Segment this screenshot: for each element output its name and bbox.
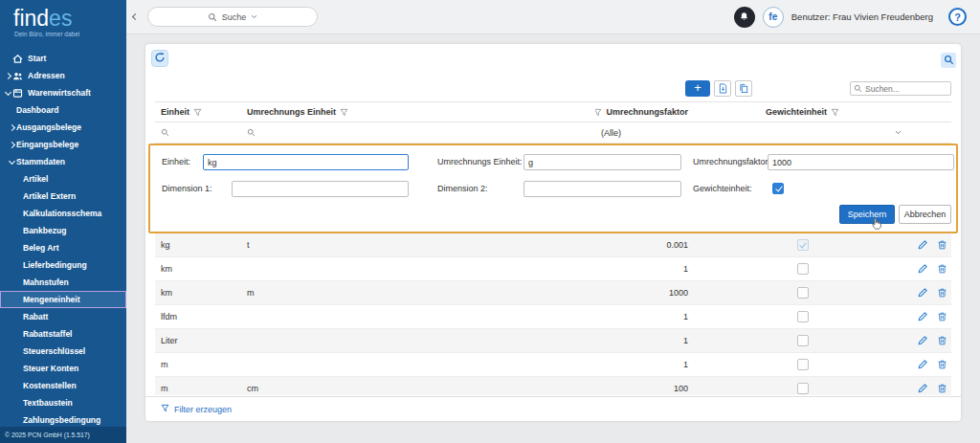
delete-icon[interactable] (937, 287, 947, 299)
sidebar-item-label: Rabatt (23, 312, 48, 321)
delete-icon[interactable] (937, 239, 947, 251)
funnel-icon (161, 404, 169, 414)
grid-search-input[interactable] (865, 84, 947, 94)
cell-actions (911, 383, 951, 394)
sidebar-item-steuerschlüssel[interactable]: Steuerschlüssel (0, 343, 126, 360)
sidebar-item-label: Artikel (23, 174, 48, 184)
home-icon (12, 54, 25, 64)
delete-icon[interactable] (937, 359, 947, 370)
gewichteinheit-label: Gewichteinheit: (693, 181, 752, 197)
table-row: mcm100 (155, 377, 951, 395)
bell-icon (739, 9, 749, 26)
user-avatar[interactable]: fe (763, 7, 784, 28)
create-filter-link[interactable]: Filter erzeugen (145, 396, 961, 421)
delete-icon[interactable] (937, 335, 947, 346)
sidebar-item-eingangsbelege[interactable]: Eingangsbelege (0, 136, 126, 153)
export-button[interactable] (714, 80, 731, 97)
sidebar-item-textbaustein[interactable]: Textbaustein (0, 394, 126, 411)
filter-icon[interactable] (193, 108, 202, 117)
umrechnungs-einheit-input[interactable] (523, 154, 681, 170)
edit-icon[interactable] (917, 239, 928, 251)
einheit-filter[interactable] (155, 128, 241, 137)
filter-icon[interactable] (831, 108, 839, 117)
cell-gewichteinheit (694, 359, 911, 370)
sidebar-collapse-button[interactable] (127, 7, 143, 28)
sidebar-item-beleg-art[interactable]: Beleg Art (0, 239, 126, 256)
sidebar-item-bankbezug[interactable]: Bankbezug (0, 222, 126, 239)
edit-icon[interactable] (917, 383, 928, 394)
notifications-button[interactable] (734, 7, 755, 28)
delete-icon[interactable] (937, 383, 947, 394)
edit-icon[interactable] (917, 287, 928, 299)
grid-search (850, 81, 951, 96)
sidebar-item-stammdaten[interactable]: Stammdaten (0, 153, 126, 170)
sidebar-item-rabattstaffel[interactable]: Rabattstaffel (0, 325, 126, 343)
sidebar-item-mengeneinheit[interactable]: Mengeneinheit (0, 291, 126, 308)
einheit-label: Einheit: (162, 154, 190, 170)
sidebar-item-start[interactable]: Start (0, 50, 126, 67)
sidebar-item-zahlungsbedingung[interactable]: Zahlungsbedingung (0, 411, 126, 427)
main-area: + Einheit Umrechnungs Einheit Umrechnung… (126, 34, 980, 443)
cell-umrechnungs-einheit: cm (241, 384, 595, 393)
filter-icon[interactable] (340, 108, 348, 117)
delete-icon[interactable] (937, 263, 947, 275)
content-card: + Einheit Umrechnungs Einheit Umrechnung… (145, 44, 961, 421)
cell-umrechnungsfaktor: 1 (595, 336, 694, 345)
data-grid: Einheit Umrechnungs Einheit Umrechnungsf… (155, 101, 951, 395)
cell-actions (911, 263, 951, 275)
sidebar-item-lieferbedingung[interactable]: Lieferbedingung (0, 256, 126, 274)
einheit-input[interactable] (203, 154, 409, 170)
column-header-gewichteinheit[interactable]: Gewichteinheit (694, 107, 911, 117)
column-label: Gewichteinheit (766, 107, 827, 117)
gewichteinheit-checkbox (797, 383, 809, 394)
app-logo[interactable]: findes (0, 0, 126, 31)
gewichteinheit-checkbox (797, 287, 809, 299)
edit-icon[interactable] (917, 263, 928, 275)
dimension2-input[interactable] (523, 181, 681, 197)
app: findes Dein Büro, immer dabei StartAdres… (0, 0, 980, 443)
cell-umrechnungsfaktor: 1000 (595, 288, 694, 298)
delete-icon[interactable] (937, 311, 947, 322)
column-header-umrechnungs-einheit[interactable]: Umrechnungs Einheit (241, 107, 595, 117)
cell-gewichteinheit (694, 335, 911, 346)
gewichteinheit-checkbox[interactable] (772, 183, 784, 194)
user-label: Benutzer: Frau Vivien Freudenberg (791, 11, 933, 22)
edit-icon[interactable] (917, 335, 928, 346)
sidebar-item-label: Adressen (28, 71, 65, 80)
sidebar-item-kalkulationsschema[interactable]: Kalkulationsschema (0, 205, 126, 222)
cell-actions (911, 359, 951, 370)
sidebar-item-mahnstufen[interactable]: Mahnstufen (0, 274, 126, 291)
sidebar-item-steuer-konten[interactable]: Steuer Konten (0, 360, 126, 377)
save-button[interactable]: Speichern (839, 205, 895, 224)
filter-icon[interactable] (595, 108, 602, 117)
people-icon (12, 71, 25, 81)
sidebar-item-artikel[interactable]: Artikel (0, 170, 126, 188)
help-button[interactable]: ? (948, 8, 967, 26)
add-row-button[interactable]: + (685, 80, 710, 97)
column-label: Umrechnungs Einheit (247, 107, 336, 117)
sidebar-item-kostenstellen[interactable]: Kostenstellen (0, 377, 126, 394)
column-header-einheit[interactable]: Einheit (155, 107, 241, 117)
sidebar-item-ausgangsbelege[interactable]: Ausgangsbelege (0, 119, 126, 136)
cancel-button[interactable]: Abbrechen (899, 205, 951, 224)
sidebar-item-adressen[interactable]: Adressen (0, 67, 126, 84)
refresh-button[interactable] (151, 50, 168, 67)
global-search[interactable]: Suche (147, 7, 318, 27)
table-row: lfdm1 (155, 305, 951, 329)
card-search-button[interactable] (941, 53, 956, 68)
gewichteinheit-checkbox (797, 359, 809, 370)
copy-button[interactable] (735, 80, 752, 97)
edit-icon[interactable] (917, 359, 928, 370)
umrechnungs-einheit-filter[interactable] (241, 128, 595, 137)
gewichteinheit-filter-select[interactable] (694, 128, 911, 138)
sidebar-item-rabatt[interactable]: Rabatt (0, 308, 126, 325)
umrechnungsfaktor-filter-select[interactable]: (Alle) (595, 128, 694, 138)
edit-icon[interactable] (917, 311, 928, 322)
sidebar-item-artikel-extern[interactable]: Artikel Extern (0, 188, 126, 205)
sidebar-item-dashboard[interactable]: Dashboard (0, 101, 126, 119)
cell-umrechnungs-einheit: m (241, 288, 595, 298)
sidebar-item-warenwirtschaft[interactable]: Warenwirtschaft (0, 84, 126, 101)
dimension1-input[interactable] (232, 181, 409, 197)
column-header-umrechnungsfaktor[interactable]: Umrechnungsfaktor (595, 107, 694, 117)
umrechnungsfaktor-input[interactable] (768, 154, 954, 170)
